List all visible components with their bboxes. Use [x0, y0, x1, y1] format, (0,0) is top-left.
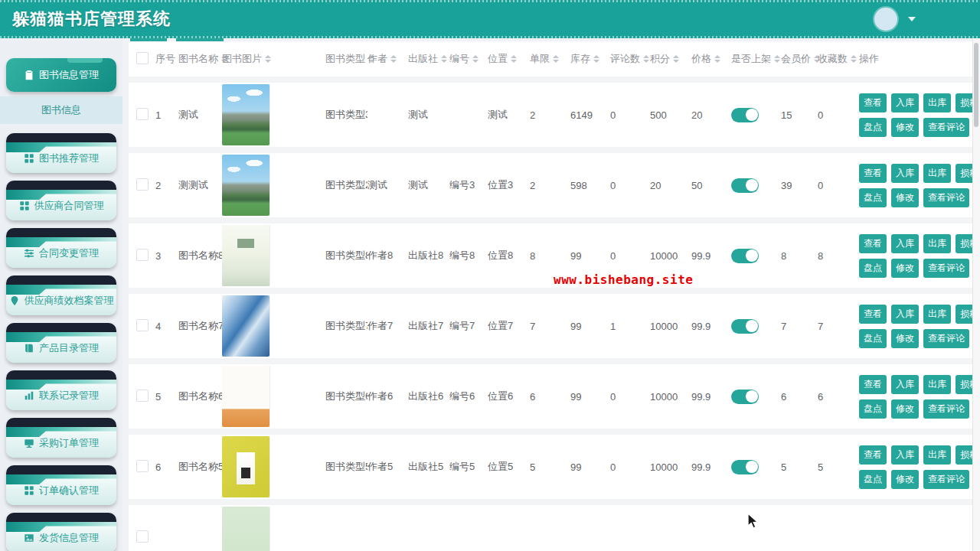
action-button-inbound[interactable]: 入库: [891, 234, 919, 253]
sort-caret-icon[interactable]: [593, 55, 599, 63]
page-scrollbar[interactable]: [972, 38, 980, 551]
row-checkbox[interactable]: [136, 178, 149, 191]
action-button-outbound[interactable]: 出库: [923, 445, 951, 465]
action-button-edit[interactable]: 修改: [891, 470, 919, 489]
action-button-view-comments[interactable]: 查看评论: [923, 118, 969, 137]
cell-author: 作者6: [368, 390, 408, 403]
row-checkbox[interactable]: [136, 319, 149, 331]
action-button-view[interactable]: 查看: [859, 234, 887, 253]
action-button-outbound[interactable]: 出库: [923, 234, 951, 253]
action-button-loss[interactable]: 损耗: [956, 445, 974, 465]
action-button-loss[interactable]: 损耗: [956, 93, 974, 112]
on-shelf-toggle[interactable]: [731, 390, 759, 404]
action-button-stocktake[interactable]: 盘点: [859, 188, 887, 207]
sidebar-item-5[interactable]: 供应商绩效档案管理: [6, 276, 116, 315]
cell-author: 作者8: [368, 249, 408, 262]
action-button-loss[interactable]: 损耗: [956, 234, 974, 253]
action-button-loss[interactable]: 损耗: [956, 164, 974, 183]
on-shelf-toggle[interactable]: [731, 319, 759, 334]
sidebar-item-9[interactable]: 订单确认管理: [6, 465, 116, 505]
action-button-edit[interactable]: 修改: [891, 329, 919, 348]
cell-book-name: 测测试: [178, 178, 222, 192]
action-button-view[interactable]: 查看: [859, 164, 887, 183]
action-button-outbound[interactable]: 出库: [923, 93, 951, 112]
action-button-view[interactable]: 查看: [859, 93, 887, 112]
action-button-inbound[interactable]: 入库: [891, 93, 919, 112]
sidebar-item-2[interactable]: 图书推荐管理: [6, 133, 116, 173]
sort-caret-icon[interactable]: [472, 55, 479, 63]
monitor-icon: [24, 438, 34, 448]
action-button-loss[interactable]: 损耗: [956, 375, 974, 394]
row-checkbox[interactable]: [136, 530, 149, 543]
action-button-stocktake[interactable]: 盘点: [859, 118, 887, 137]
on-shelf-toggle[interactable]: [731, 249, 759, 263]
checkbox-cell: [129, 108, 155, 122]
action-button-stocktake[interactable]: 盘点: [859, 329, 887, 348]
row-checkbox[interactable]: [136, 108, 149, 120]
action-button-edit[interactable]: 修改: [891, 188, 919, 207]
sort-caret-icon[interactable]: [643, 55, 649, 63]
caret-down-icon[interactable]: [908, 17, 916, 21]
sort-caret-icon[interactable]: [390, 55, 397, 63]
sort-caret-icon[interactable]: [673, 55, 679, 63]
sidebar-item-4[interactable]: 合同变更管理: [6, 228, 116, 268]
cell-stock: 6149: [570, 109, 610, 121]
action-button-outbound[interactable]: 出库: [923, 375, 951, 394]
action-button-stocktake[interactable]: 盘点: [859, 259, 887, 278]
action-button-loss[interactable]: 损耗: [956, 305, 974, 324]
action-button-inbound[interactable]: 入库: [891, 164, 919, 183]
sort-caret-icon[interactable]: [511, 55, 517, 63]
action-button-view-comments[interactable]: 查看评论: [923, 399, 969, 419]
action-button-stocktake[interactable]: 盘点: [859, 399, 887, 419]
sort-caret-icon[interactable]: [265, 55, 271, 63]
action-button-view-comments[interactable]: 查看评论: [923, 188, 969, 207]
action-button-view-comments[interactable]: 查看评论: [923, 470, 969, 489]
action-button-outbound[interactable]: 出库: [923, 305, 951, 324]
action-button-outbound[interactable]: 出库: [923, 164, 951, 183]
sort-caret-icon[interactable]: [553, 55, 559, 63]
action-button-view[interactable]: 查看: [859, 305, 887, 324]
action-button-view[interactable]: 查看: [859, 445, 887, 465]
cell-location: 测试: [488, 108, 530, 122]
sort-caret-icon[interactable]: [714, 55, 720, 63]
action-button-view-comments[interactable]: 查看评论: [923, 259, 969, 278]
row-checkbox[interactable]: [136, 460, 149, 472]
row-checkbox[interactable]: [136, 249, 149, 261]
cell-code: 编号8: [449, 249, 488, 262]
action-button-inbound[interactable]: 入库: [891, 305, 919, 324]
action-button-view[interactable]: 查看: [859, 375, 887, 394]
avatar[interactable]: [874, 8, 897, 31]
sliders-icon: [24, 248, 34, 259]
sort-caret-icon[interactable]: [851, 55, 857, 63]
cell-favorites: 6: [818, 391, 859, 403]
action-button-stocktake[interactable]: 盘点: [859, 470, 887, 489]
action-button-inbound[interactable]: 入库: [891, 375, 919, 394]
action-button-edit[interactable]: 修改: [891, 399, 919, 419]
action-button-view-comments[interactable]: 查看评论: [923, 329, 969, 348]
action-button-row: 盘点修改查看评论删除: [859, 188, 971, 207]
sidebar-item-7[interactable]: 联系记录管理: [6, 370, 116, 410]
sort-caret-icon[interactable]: [774, 55, 780, 63]
user-menu[interactable]: [874, 8, 916, 31]
action-button-inbound[interactable]: 入库: [891, 445, 919, 465]
sidebar-item-10[interactable]: 发货信息管理: [6, 513, 116, 551]
sidebar-item-1[interactable]: 图书信息管理: [6, 58, 116, 92]
scrollbar-thumb[interactable]: [974, 43, 978, 127]
table-row: 6图书名称5图书类型5作者5出版社5编号5位置559901000099.955查…: [129, 435, 974, 499]
book-cover-image: [222, 295, 270, 357]
sidebar-item-6[interactable]: 产品目录管理: [6, 323, 116, 363]
cell-publisher: 出版社5: [408, 460, 449, 474]
on-shelf-toggle[interactable]: [731, 460, 759, 474]
sidebar-item-8[interactable]: 采购订单管理: [6, 418, 116, 458]
sidebar-subitem[interactable]: 图书信息: [0, 96, 122, 124]
cell-code: 编号6: [449, 390, 488, 403]
sort-caret-icon[interactable]: [441, 55, 447, 63]
on-shelf-toggle[interactable]: [731, 178, 759, 193]
row-checkbox[interactable]: [136, 390, 149, 402]
action-button-edit[interactable]: 修改: [891, 259, 919, 278]
on-shelf-toggle[interactable]: [731, 108, 759, 122]
row-checkbox[interactable]: [136, 52, 149, 64]
cell-book-image: [222, 507, 325, 551]
action-button-edit[interactable]: 修改: [891, 118, 919, 137]
sidebar-item-3[interactable]: 供应商合同管理: [6, 181, 116, 220]
